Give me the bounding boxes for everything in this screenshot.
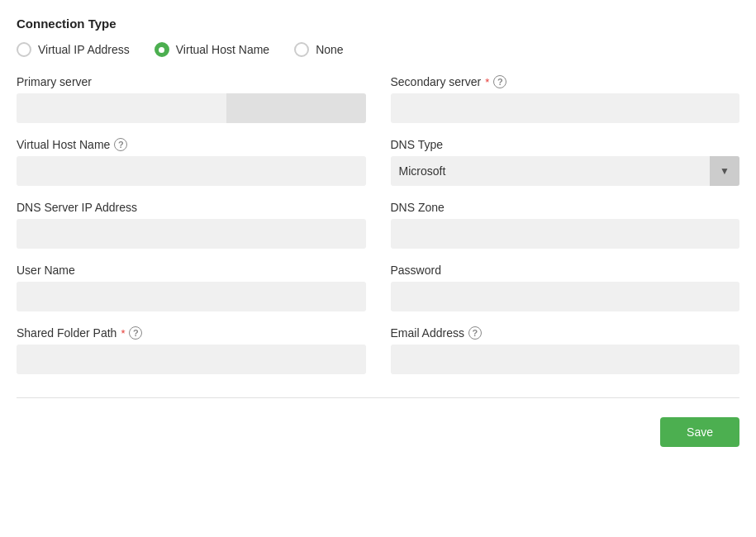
secondary-server-input[interactable] bbox=[391, 93, 740, 123]
radio-circle-none bbox=[294, 42, 309, 57]
radio-virtual-host[interactable]: Virtual Host Name bbox=[155, 42, 269, 57]
radio-virtual-ip[interactable]: Virtual IP Address bbox=[17, 42, 130, 57]
radio-label-virtual-ip: Virtual IP Address bbox=[38, 43, 130, 56]
connection-type-row: Virtual IP Address Virtual Host Name Non… bbox=[17, 42, 739, 57]
form-group-password: Password bbox=[391, 264, 740, 311]
virtual-host-name-help-icon[interactable]: ? bbox=[114, 138, 127, 151]
dns-zone-label: DNS Zone bbox=[391, 201, 740, 214]
form-grid: Primary server Secondary server * ? Virt… bbox=[17, 75, 739, 389]
dns-server-ip-label: DNS Server IP Address bbox=[17, 201, 366, 214]
virtual-host-name-input[interactable] bbox=[17, 156, 366, 186]
form-group-shared-folder-path: Shared Folder Path * ? bbox=[17, 326, 366, 374]
dns-server-ip-input[interactable] bbox=[17, 219, 366, 249]
email-address-input[interactable] bbox=[391, 345, 740, 374]
radio-label-none: None bbox=[316, 43, 343, 56]
dns-zone-input[interactable] bbox=[391, 219, 740, 249]
primary-server-input-secondary[interactable] bbox=[226, 93, 366, 123]
primary-server-input-main[interactable] bbox=[17, 93, 226, 123]
dns-type-select-wrapper: Microsoft BIND Other ▼ bbox=[391, 156, 740, 186]
radio-none[interactable]: None bbox=[294, 42, 343, 57]
user-name-input[interactable] bbox=[17, 282, 366, 311]
secondary-server-help-icon[interactable]: ? bbox=[493, 75, 506, 88]
radio-circle-virtual-host bbox=[155, 42, 169, 57]
password-input[interactable] bbox=[391, 282, 740, 311]
email-address-label: Email Address ? bbox=[391, 326, 740, 340]
divider bbox=[17, 397, 739, 398]
shared-folder-path-required: * bbox=[121, 327, 125, 340]
shared-folder-path-help-icon[interactable]: ? bbox=[129, 326, 142, 340]
footer-row: Save bbox=[17, 413, 739, 447]
form-group-virtual-host-name: Virtual Host Name ? bbox=[17, 138, 366, 186]
form-group-primary-server: Primary server bbox=[17, 75, 366, 123]
save-button[interactable]: Save bbox=[660, 417, 739, 447]
form-group-user-name: User Name bbox=[17, 264, 366, 311]
secondary-server-label: Secondary server * ? bbox=[391, 75, 740, 88]
user-name-label: User Name bbox=[17, 264, 366, 277]
email-address-help-icon[interactable]: ? bbox=[468, 326, 482, 340]
section-title: Connection Type bbox=[17, 17, 739, 31]
radio-label-virtual-host: Virtual Host Name bbox=[176, 43, 269, 56]
secondary-server-required: * bbox=[485, 76, 489, 88]
dns-type-label: DNS Type bbox=[391, 138, 740, 151]
radio-circle-virtual-ip bbox=[17, 42, 31, 57]
primary-server-label: Primary server bbox=[17, 75, 366, 88]
virtual-host-name-label: Virtual Host Name ? bbox=[17, 138, 366, 151]
dns-type-select[interactable]: Microsoft BIND Other bbox=[391, 156, 740, 186]
form-group-dns-type: DNS Type Microsoft BIND Other ▼ bbox=[391, 138, 740, 186]
form-group-dns-zone: DNS Zone bbox=[391, 201, 740, 249]
shared-folder-path-label: Shared Folder Path * ? bbox=[17, 326, 366, 340]
shared-folder-path-input[interactable] bbox=[17, 345, 366, 374]
form-group-email-address: Email Address ? bbox=[391, 326, 740, 374]
password-label: Password bbox=[391, 264, 740, 277]
primary-server-inputs bbox=[17, 93, 366, 123]
form-group-dns-server-ip: DNS Server IP Address bbox=[17, 201, 366, 249]
form-group-secondary-server: Secondary server * ? bbox=[391, 75, 740, 123]
